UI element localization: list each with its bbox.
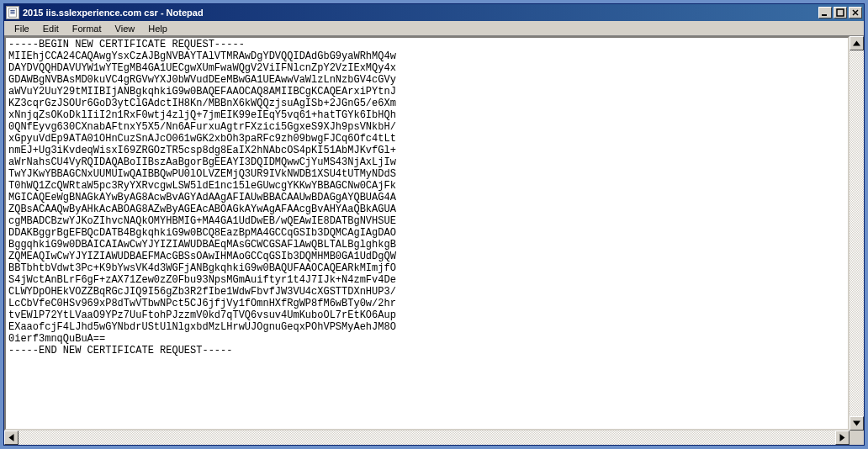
scroll-down-button[interactable] xyxy=(849,416,864,431)
content-area: -----BEGIN NEW CERTIFICATE REQUEST----- … xyxy=(4,36,864,431)
scrollbar-horizontal[interactable] xyxy=(4,431,849,445)
scroll-track-horizontal[interactable] xyxy=(19,431,835,445)
svg-marker-10 xyxy=(9,434,14,441)
svg-rect-0 xyxy=(9,8,17,18)
close-button[interactable] xyxy=(849,7,862,18)
close-icon xyxy=(851,8,860,17)
menu-view[interactable]: View xyxy=(108,23,142,34)
menu-format[interactable]: Format xyxy=(66,23,108,34)
svg-marker-9 xyxy=(853,421,860,426)
scroll-right-button[interactable] xyxy=(835,431,849,445)
window-controls xyxy=(817,7,862,18)
svg-rect-5 xyxy=(837,9,844,16)
menu-help[interactable]: Help xyxy=(141,23,174,34)
window-title: 2015 iis.sslexperience.com csr - Notepad xyxy=(23,8,817,18)
scroll-track-vertical[interactable] xyxy=(849,50,864,416)
chevron-down-icon xyxy=(850,417,863,430)
text-editor[interactable]: -----BEGIN NEW CERTIFICATE REQUEST----- … xyxy=(4,36,849,431)
svg-marker-11 xyxy=(840,434,845,441)
minimize-icon xyxy=(821,8,829,17)
svg-marker-8 xyxy=(853,41,860,46)
titlebar[interactable]: 2015 iis.sslexperience.com csr - Notepad xyxy=(4,4,864,21)
bottom-scroll-row xyxy=(4,431,864,445)
chevron-right-icon xyxy=(836,431,849,444)
scroll-up-button[interactable] xyxy=(849,36,864,50)
menu-edit[interactable]: Edit xyxy=(36,23,66,34)
maximize-button[interactable] xyxy=(834,7,847,18)
scrollbar-vertical[interactable] xyxy=(849,36,864,431)
menu-file[interactable]: File xyxy=(8,23,36,34)
scroll-left-button[interactable] xyxy=(4,431,19,445)
notepad-icon xyxy=(6,6,19,19)
notepad-window: 2015 iis.sslexperience.com csr - Notepad… xyxy=(3,3,865,446)
minimize-button[interactable] xyxy=(818,7,832,18)
maximize-icon xyxy=(836,8,844,17)
scrollbar-corner xyxy=(849,431,864,445)
menubar: File Edit Format View Help xyxy=(4,21,864,36)
svg-rect-4 xyxy=(822,14,827,16)
chevron-up-icon xyxy=(850,37,863,50)
chevron-left-icon xyxy=(5,431,18,444)
